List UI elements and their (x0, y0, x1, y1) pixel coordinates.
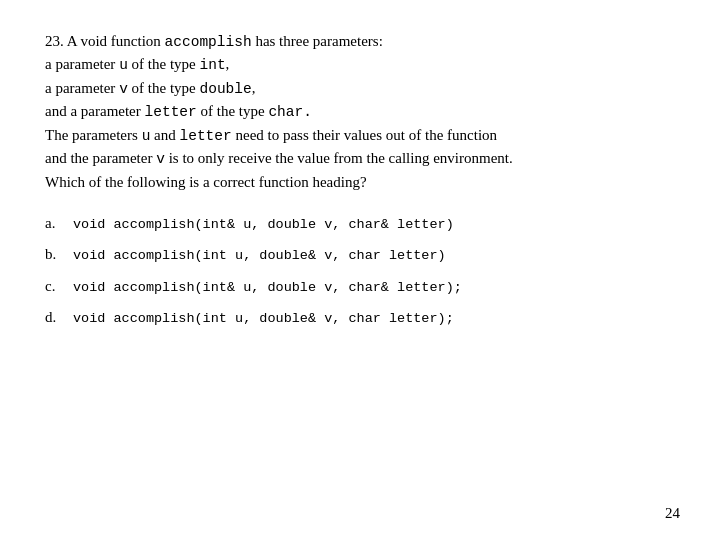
param3-mid: of the type (197, 103, 269, 119)
option-a-code: void accomplish(int& u, double v, char& … (73, 215, 454, 235)
question-intro: A void function (67, 33, 165, 49)
question-line2: a parameter u of the type int, (45, 53, 675, 76)
param3-name: letter (145, 104, 197, 120)
desc-v: v (156, 151, 165, 167)
question-number: 23. (45, 33, 64, 49)
option-c-label: c. (45, 275, 73, 298)
option-a: a. void accomplish(int& u, double v, cha… (45, 212, 675, 235)
param3-pre: and a parameter (45, 103, 145, 119)
question-line4: and a parameter letter of the type char. (45, 100, 675, 123)
option-c-code: void accomplish(int& u, double v, char& … (73, 278, 462, 298)
function-name: accomplish (165, 34, 252, 50)
question-block: 23. A void function accomplish has three… (45, 30, 675, 194)
page-number: 24 (665, 505, 680, 522)
param2-name: v (119, 80, 131, 96)
option-c: c. void accomplish(int& u, double v, cha… (45, 275, 675, 298)
option-a-label: a. (45, 212, 73, 235)
question-line5: The parameters u and letter need to pass… (45, 124, 675, 147)
desc-letter: letter (180, 128, 232, 144)
option-b: b. void accomplish(int u, double& v, cha… (45, 243, 675, 266)
param3-type: char. (268, 104, 312, 120)
option-d-label: d. (45, 306, 73, 329)
intro-end: has three parameters: (252, 33, 383, 49)
question-line3: a parameter v of the type double, (45, 77, 675, 100)
option-d-code: void accomplish(int u, double& v, char l… (73, 309, 454, 329)
param2-pre: a parameter (45, 80, 115, 96)
param1-name: u (119, 56, 131, 72)
question-line1: 23. A void function accomplish has three… (45, 30, 675, 53)
desc-u: u (142, 128, 151, 144)
page-container: 23. A void function accomplish has three… (0, 0, 720, 540)
option-b-code: void accomplish(int u, double& v, char l… (73, 246, 446, 266)
options-section: a. void accomplish(int& u, double v, cha… (45, 212, 675, 329)
param2-type: double, (199, 80, 255, 96)
param1-pre: a parameter (45, 56, 115, 72)
param1-mid: of the type (132, 56, 196, 72)
param2-mid: of the type (132, 80, 200, 96)
param1-type: int, (199, 56, 229, 72)
option-d: d. void accomplish(int u, double& v, cha… (45, 306, 675, 329)
question-line6: and the parameter v is to only receive t… (45, 147, 675, 170)
option-b-label: b. (45, 243, 73, 266)
question-line7: Which of the following is a correct func… (45, 171, 675, 194)
